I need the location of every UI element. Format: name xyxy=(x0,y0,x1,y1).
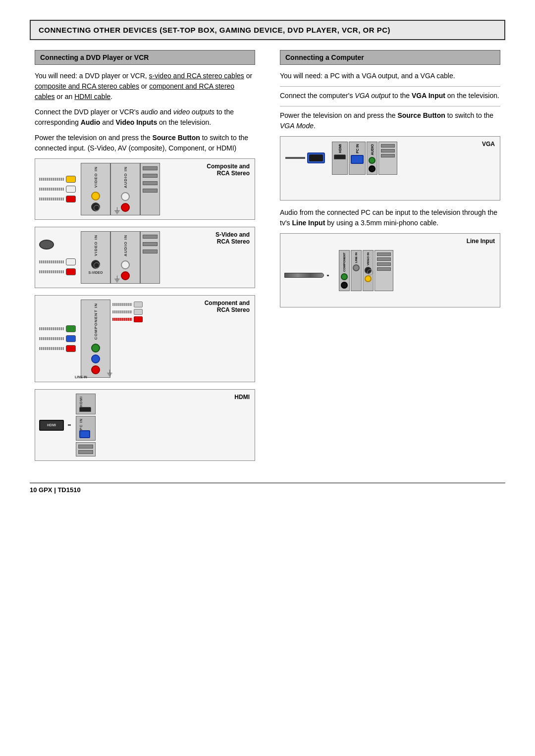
port-yellow xyxy=(91,192,100,201)
vga-tv-port3 xyxy=(381,154,395,157)
phono-wire xyxy=(327,275,329,276)
vga-black-port xyxy=(369,165,375,172)
hdmi-tv-port1 xyxy=(78,445,93,449)
cable-yellow xyxy=(39,176,76,183)
video-in-label2: VIDEO IN xyxy=(94,235,98,256)
audio-in-label: AUDIO IN xyxy=(123,166,128,188)
line-input-tv-panel: COMPONENT LINE IN VIDEO IN xyxy=(339,250,393,291)
cable-green xyxy=(39,325,76,332)
right-column: Connecting a Computer You will need: a P… xyxy=(275,50,505,468)
port-panel-component-in: COMPONENT IN xyxy=(81,300,110,378)
right-para2: Connect the computer's VGA output to the… xyxy=(280,91,500,101)
port-red xyxy=(121,203,130,212)
diagram-vga: HDMI PC IN AUDIO xyxy=(280,136,500,201)
ground-symbol2: ⏚ xyxy=(114,273,120,284)
vga-green-port xyxy=(369,157,375,164)
cable-red2 xyxy=(39,268,76,275)
main-title: CONNECTING OTHER DEVICES (SET-TOP BOX, G… xyxy=(39,26,496,34)
port-panel-video-in: VIDEO IN xyxy=(81,163,110,215)
component-right xyxy=(110,300,145,378)
vga-hdmi-port xyxy=(334,154,346,159)
cable-red xyxy=(39,196,76,202)
li-component-label: COMPONENT xyxy=(343,252,346,272)
li-linein-section: LINE IN xyxy=(351,250,362,291)
left-para1: You will need: a DVD player or VCR, s-vi… xyxy=(35,71,255,102)
svideo-cables xyxy=(39,240,76,275)
vga-pcin-label: PC IN xyxy=(356,144,359,153)
left-section-title: Connecting a DVD Player or VCR xyxy=(35,50,255,65)
port-panel-video-in2: VIDEO IN S-VIDEO xyxy=(81,231,110,284)
hdmi-port-label: HDMI xyxy=(79,396,83,407)
vga-pcin-section: PC IN xyxy=(349,142,366,175)
port-svideo xyxy=(91,202,100,211)
port-red2 xyxy=(121,271,130,280)
li-videoin-section: VIDEO IN xyxy=(363,250,374,291)
vga-content: HDMI PC IN AUDIO xyxy=(285,142,397,175)
mini-phono-plug xyxy=(284,273,324,278)
vga-tv-panel: HDMI PC IN AUDIO xyxy=(332,142,397,175)
vga-wire xyxy=(285,157,305,159)
hdmi-panel: HDMI PC IN xyxy=(76,394,96,456)
cable-white xyxy=(39,186,76,193)
hdmi-cable-area: HDMI xyxy=(39,420,71,431)
cable-white2 xyxy=(39,258,76,265)
component-extra-cables3 xyxy=(112,316,143,322)
pcin-label: PC IN xyxy=(79,418,83,430)
line-input-content xyxy=(284,273,329,278)
component-extra-cables2 xyxy=(112,309,143,315)
port-red3 xyxy=(91,365,100,374)
page-header: CONNECTING OTHER DEVICES (SET-TOP BOX, G… xyxy=(30,20,505,40)
right-para3: Power the television on and press the So… xyxy=(280,110,500,131)
tv-port-3 xyxy=(143,181,158,185)
tv-port-1 xyxy=(143,166,158,170)
diagram1-label: Composite andRCA Stereo xyxy=(207,163,250,177)
hdmi-tv-side xyxy=(76,442,96,456)
diagram6-label: Line Input xyxy=(467,238,495,245)
component-extra-cables xyxy=(112,302,143,307)
diagram-component: Component andRCA Stereo COMPONENT IN xyxy=(35,295,255,382)
component-cables xyxy=(39,325,76,352)
tv-port2-1 xyxy=(143,235,158,239)
tv-port-2 xyxy=(143,174,158,178)
diagram-svideo: S-Video andRCA Stereo VIDEO IN S-VID xyxy=(35,227,255,288)
composite-cables xyxy=(39,176,76,202)
vga-cable xyxy=(285,152,325,163)
li-yellow xyxy=(365,275,372,282)
li-green xyxy=(341,273,348,280)
li-tv-port3 xyxy=(377,262,391,266)
footer-text: 10 GPX | TD1510 xyxy=(30,486,81,494)
ground-symbol3: ⏚ xyxy=(107,367,112,378)
footer: 10 GPX | TD1510 xyxy=(30,483,505,494)
tv-port-4 xyxy=(143,189,158,193)
li-line-port xyxy=(353,264,360,271)
divider2 xyxy=(280,106,500,106)
cable-svideo-connector xyxy=(39,240,76,250)
port-green xyxy=(91,344,100,353)
li-tv-side xyxy=(374,250,393,291)
vga-tv-port2 xyxy=(381,149,395,152)
li-component-section: COMPONENT xyxy=(339,250,350,291)
video-in-label: VIDEO IN xyxy=(94,166,98,188)
li-tv-port1 xyxy=(377,252,391,256)
audio-in-label2: AUDIO IN xyxy=(123,235,128,256)
tv-side-panel xyxy=(140,163,160,215)
right-para1: You will need: a PC with a VGA output, a… xyxy=(280,71,500,81)
svideo-sublabel: S-VIDEO xyxy=(89,271,103,274)
tv-port2-2 xyxy=(143,242,158,246)
hdmi-port xyxy=(79,407,91,412)
pcin-port-section: PC IN xyxy=(76,416,96,441)
cable-blue xyxy=(39,335,76,342)
diagram-hdmi: HDMI HDMI HDMI PC IN xyxy=(35,389,255,461)
cable-red3 xyxy=(39,345,76,352)
vga-tv-port1 xyxy=(381,144,395,148)
vga-audio-section: AUDIO xyxy=(367,142,377,175)
line-in-label: LINE IN xyxy=(75,375,87,379)
vga-port xyxy=(351,155,364,164)
tv-port2-3 xyxy=(143,250,158,253)
right-section-title: Connecting a Computer xyxy=(280,50,500,65)
left-para3: Power the television on and press the So… xyxy=(35,133,255,153)
port-svideo2 xyxy=(91,260,100,269)
vga-tv-side xyxy=(378,142,397,175)
hdmi-connector: HDMI xyxy=(39,420,64,431)
port-white xyxy=(121,192,130,201)
